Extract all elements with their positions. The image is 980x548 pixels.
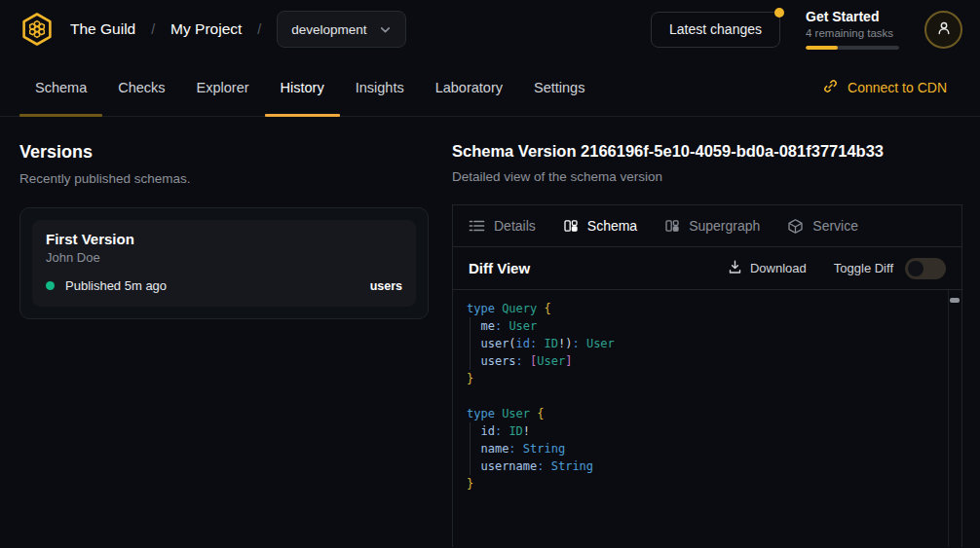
tab-label: Explorer — [197, 80, 249, 95]
person-icon — [935, 19, 953, 40]
breadcrumb-separator: / — [255, 21, 263, 37]
tab-label: Laboratory — [435, 80, 503, 95]
hive-logo-icon[interactable] — [18, 10, 57, 49]
schema-version-panel: Details Schema Supergraph — [452, 204, 962, 547]
versions-title: Versions — [19, 142, 429, 163]
toggle-diff-group: Toggle Diff — [834, 258, 946, 279]
tab-label: Details — [494, 218, 536, 234]
download-icon — [728, 259, 742, 277]
schema-version-title: Schema Version 2166196f-5e10-4059-bd0a-0… — [452, 142, 962, 161]
code-line: user(id: ID!): User — [467, 335, 938, 352]
tab-label: Settings — [534, 80, 584, 95]
breadcrumb-project[interactable]: My Project — [170, 20, 242, 38]
columns-icon — [664, 218, 680, 234]
code-line: id: ID! — [467, 422, 938, 440]
tab-laboratory[interactable]: Laboratory — [420, 58, 518, 116]
published-status-dot — [46, 281, 55, 290]
notification-dot — [774, 8, 784, 18]
tab-label: Checks — [118, 80, 165, 95]
diff-actions: Download Toggle Diff — [728, 258, 946, 279]
connect-to-cdn-label: Connect to CDN — [848, 80, 947, 95]
tab-schema-view[interactable]: Schema — [563, 218, 637, 234]
diff-view-title: Diff View — [469, 260, 530, 276]
tab-underline — [420, 114, 518, 117]
code-line: users: [User] — [467, 352, 938, 370]
scrollbar-thumb[interactable] — [950, 298, 960, 303]
tab-label: Supergraph — [689, 218, 760, 234]
version-name: First Version — [46, 231, 402, 247]
versions-section: Versions Recently published schemas. Fir… — [19, 117, 429, 547]
breadcrumb: The Guild / My Project / development — [18, 10, 406, 49]
breadcrumb-org[interactable]: The Guild — [70, 20, 135, 38]
code-line: me: User — [467, 317, 938, 335]
columns-icon — [563, 218, 579, 234]
code-line: username: String — [467, 457, 938, 475]
tab-underline — [19, 114, 102, 117]
toggle-knob — [908, 261, 923, 276]
tab-schema[interactable]: Schema — [19, 58, 102, 116]
environment-selector[interactable]: development — [277, 11, 405, 48]
detail-tabs: Details Schema Supergraph — [453, 205, 961, 247]
tab-checks[interactable]: Checks — [102, 58, 180, 116]
version-status: Published 5m ago — [65, 278, 167, 293]
list-icon — [469, 219, 485, 233]
tab-explorer[interactable]: Explorer — [181, 58, 265, 116]
tab-underline — [181, 114, 265, 117]
version-author: John Doe — [46, 250, 402, 265]
tab-history[interactable]: History — [265, 58, 340, 116]
box-icon — [787, 218, 804, 235]
tab-label: History — [281, 80, 324, 95]
versions-subtitle: Recently published schemas. — [19, 171, 429, 186]
toggle-diff-label: Toggle Diff — [834, 261, 893, 275]
code-line: } — [467, 475, 938, 493]
indent-guide — [470, 422, 471, 475]
indent-guide — [470, 317, 471, 370]
code-line: name: String — [467, 440, 938, 457]
tab-label: Schema — [587, 218, 637, 234]
version-list-item[interactable]: First Version John Doe Published 5m ago … — [32, 220, 416, 307]
tab-service[interactable]: Service — [787, 218, 858, 235]
get-started-title: Get Started — [806, 9, 899, 24]
schema-version-section: Schema Version 2166196f-5e10-4059-bd0a-0… — [452, 117, 962, 547]
tab-underline — [518, 114, 600, 117]
code-line: } — [467, 370, 938, 387]
get-started-progress-fill — [806, 46, 838, 50]
top-bar: The Guild / My Project / development Lat… — [0, 0, 980, 58]
get-started-progressbar — [806, 46, 899, 50]
tab-insights[interactable]: Insights — [340, 58, 420, 116]
latest-changes-button[interactable]: Latest changes — [651, 12, 780, 48]
get-started-subtitle: 4 remaining tasks — [806, 27, 899, 39]
connect-to-cdn-button[interactable]: Connect to CDN — [822, 58, 947, 116]
user-avatar[interactable] — [924, 11, 962, 49]
tab-underline — [102, 114, 180, 117]
download-button[interactable]: Download — [728, 259, 807, 277]
tab-settings[interactable]: Settings — [518, 58, 600, 116]
chevron-down-icon — [379, 23, 392, 36]
tab-details[interactable]: Details — [469, 218, 536, 234]
versions-list: First Version John Doe Published 5m ago … — [19, 207, 429, 319]
tab-underline — [340, 114, 420, 117]
tab-label: Insights — [356, 80, 404, 95]
version-meta-row: Published 5m ago users — [46, 278, 402, 293]
schema-code: type Query { me: User user(id: ID!): Use… — [453, 290, 961, 547]
environment-selector-value: development — [291, 22, 366, 37]
latest-changes-label: Latest changes — [669, 21, 762, 37]
get-started-widget[interactable]: Get Started 4 remaining tasks — [806, 9, 899, 50]
download-label: Download — [750, 261, 807, 275]
version-service-badge: users — [370, 279, 402, 293]
tab-supergraph[interactable]: Supergraph — [664, 218, 760, 234]
top-bar-actions: Latest changes Get Started 4 remaining t… — [651, 9, 962, 50]
link-icon — [822, 78, 839, 97]
tab-underline — [265, 114, 340, 117]
tab-label: Service — [812, 218, 858, 234]
schema-version-subtitle: Detailed view of the schema version — [452, 169, 962, 184]
scrollbar-track — [948, 290, 949, 547]
breadcrumb-separator: / — [149, 21, 157, 37]
code-line: type Query { — [467, 300, 938, 317]
main-content: Versions Recently published schemas. Fir… — [0, 117, 980, 547]
tab-label: Schema — [35, 80, 87, 95]
code-line — [467, 387, 938, 405]
diff-toggle-switch[interactable] — [905, 258, 946, 279]
diff-toolbar: Diff View Download Toggle Diff — [453, 247, 961, 290]
code-line: type User { — [467, 405, 938, 422]
